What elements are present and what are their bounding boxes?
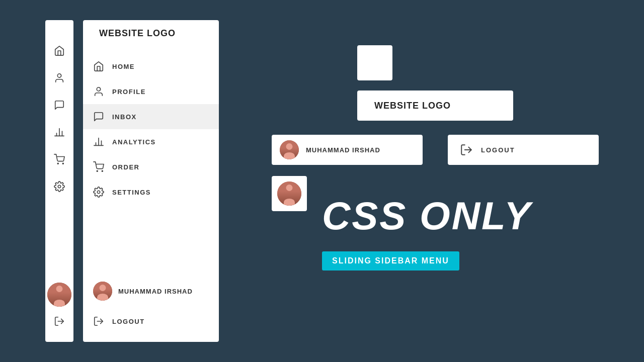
website-logo-box: WEBSITE LOGO xyxy=(357,90,513,121)
sidebar-item-logout-collapsed[interactable] xyxy=(54,316,65,329)
nav-item-settings[interactable]: SETTINGS xyxy=(83,179,219,205)
user-avatar-namebox xyxy=(280,140,299,159)
user-avatar-collapsed[interactable] xyxy=(47,283,71,307)
nav-label-settings: SETTINGS xyxy=(112,189,151,196)
nav-label-profile: PROFILE xyxy=(112,88,146,96)
inbox-icon xyxy=(54,100,65,111)
sidebar-collapsed xyxy=(45,20,73,342)
svg-point-9 xyxy=(97,87,100,91)
nav-label-analytics: ANALYTICS xyxy=(112,138,156,146)
website-logo-box-text: WEBSITE LOGO xyxy=(374,101,451,111)
expanded-bottom: MUHAMMAD IRSHAD LOGOUT xyxy=(83,270,219,334)
svg-point-6 xyxy=(62,163,63,164)
logout-box[interactable]: LOGOUT xyxy=(448,135,599,165)
avatar-small-box xyxy=(272,176,307,211)
sliding-badge: SLIDING SIDEBAR MENU xyxy=(322,251,459,270)
cart-icon xyxy=(54,154,65,165)
sidebar-item-inbox[interactable] xyxy=(54,100,65,113)
logout-icon-expanded xyxy=(93,316,104,327)
avatar-small xyxy=(277,182,301,206)
svg-point-14 xyxy=(97,170,98,171)
nav-item-home[interactable]: HOME xyxy=(83,54,219,79)
nav-label-order: ORDER xyxy=(112,163,139,171)
apple-icon-box xyxy=(357,45,392,80)
svg-point-0 xyxy=(57,74,61,77)
user-name-box: MUHAMMAD IRSHAD xyxy=(272,135,423,165)
css-only-headline: CSS ONLY xyxy=(322,196,532,235)
svg-point-7 xyxy=(58,185,61,188)
inbox-icon-expanded xyxy=(93,111,104,122)
nav-item-analytics[interactable]: ANALYTICS xyxy=(83,129,219,154)
logout-box-text: LOGOUT xyxy=(481,146,515,154)
settings-icon xyxy=(54,181,65,192)
home-icon-expanded xyxy=(93,61,104,72)
svg-point-15 xyxy=(102,170,103,171)
website-logo-label: WEBSITE LOGO xyxy=(99,28,176,39)
user-avatar-expanded xyxy=(93,282,112,301)
nav-label-inbox: INBOX xyxy=(112,113,137,121)
sidebar-item-profile[interactable] xyxy=(54,72,65,85)
cart-icon-expanded xyxy=(93,161,104,172)
svg-point-16 xyxy=(97,191,100,194)
sidebar-item-home[interactable] xyxy=(54,45,65,58)
profile-icon xyxy=(54,72,65,83)
nav-item-order[interactable]: ORDER xyxy=(83,154,219,179)
nav-label-home: HOME xyxy=(112,63,135,70)
expanded-logo-row: WEBSITE LOGO xyxy=(83,28,219,39)
svg-point-5 xyxy=(57,163,58,164)
logout-icon-collapsed xyxy=(54,316,65,327)
sidebar-item-order[interactable] xyxy=(54,154,65,167)
analytics-icon xyxy=(54,127,65,138)
sidebar-expanded: WEBSITE LOGO HOME PROFILE INBOX ANALYTIC… xyxy=(83,20,219,342)
collapsed-nav xyxy=(54,45,65,283)
user-row-expanded[interactable]: MUHAMMAD IRSHAD xyxy=(83,276,219,307)
collapsed-bottom xyxy=(47,283,71,329)
sidebar-item-settings[interactable] xyxy=(54,181,65,194)
user-name-box-text: MUHAMMAD IRSHAD xyxy=(306,146,380,154)
nav-item-inbox[interactable]: INBOX xyxy=(83,104,219,129)
user-name-expanded: MUHAMMAD IRSHAD xyxy=(118,288,193,295)
nav-item-profile[interactable]: PROFILE xyxy=(83,79,219,104)
analytics-icon-expanded xyxy=(93,136,104,147)
logout-icon-box xyxy=(460,143,473,156)
sidebar-item-analytics[interactable] xyxy=(54,127,65,140)
home-icon xyxy=(54,45,65,56)
nav-label-logout: LOGOUT xyxy=(112,318,145,325)
headline-text: CSS ONLY xyxy=(322,194,532,238)
profile-icon-expanded xyxy=(93,86,104,97)
sliding-badge-text: SLIDING SIDEBAR MENU xyxy=(332,256,449,265)
nav-item-logout[interactable]: LOGOUT xyxy=(83,309,219,334)
settings-icon-expanded xyxy=(93,187,104,198)
